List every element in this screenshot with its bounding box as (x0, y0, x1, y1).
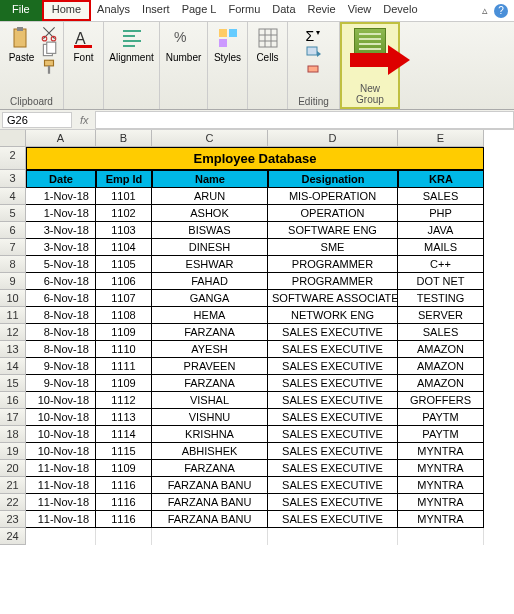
cell[interactable]: 1109 (96, 375, 152, 392)
cell[interactable]: SOFTWARE ASSOCIATE (268, 290, 398, 307)
cell[interactable]: SALES EXECUTIVE (268, 494, 398, 511)
cell[interactable]: ARUN (152, 188, 268, 205)
cell[interactable]: PROGRAMMER (268, 273, 398, 290)
row-header[interactable]: 16 (0, 392, 26, 409)
cell[interactable]: ABHISHEK (152, 443, 268, 460)
cell[interactable]: 10-Nov-18 (26, 392, 96, 409)
row-header[interactable]: 20 (0, 460, 26, 477)
fx-label[interactable]: fx (74, 114, 95, 126)
cell[interactable]: FAHAD (152, 273, 268, 290)
cell[interactable]: 5-Nov-18 (26, 256, 96, 273)
cell[interactable]: SALES EXECUTIVE (268, 511, 398, 528)
cell[interactable]: TESTING (398, 290, 484, 307)
row-header[interactable]: 15 (0, 375, 26, 392)
cell[interactable]: AMAZON (398, 341, 484, 358)
cell[interactable]: SALES EXECUTIVE (268, 477, 398, 494)
cell[interactable]: 1102 (96, 205, 152, 222)
tab-analys[interactable]: Analys (91, 0, 136, 21)
cell[interactable]: 1114 (96, 426, 152, 443)
cell[interactable]: SALES EXECUTIVE (268, 358, 398, 375)
cell[interactable]: 1112 (96, 392, 152, 409)
cell[interactable]: 1116 (96, 511, 152, 528)
cell[interactable]: SALES (398, 324, 484, 341)
cell[interactable]: SOFTWARE ENG (268, 222, 398, 239)
cell[interactable]: 1113 (96, 409, 152, 426)
cell[interactable]: 1101 (96, 188, 152, 205)
cell[interactable]: JAVA (398, 222, 484, 239)
row-header[interactable]: 14 (0, 358, 26, 375)
cell[interactable]: 9-Nov-18 (26, 358, 96, 375)
alignment-button[interactable]: Alignment (105, 24, 157, 65)
cell[interactable]: ESHWAR (152, 256, 268, 273)
ribbon-minimize-icon[interactable]: ▵ (482, 4, 488, 17)
row-header[interactable]: 17 (0, 409, 26, 426)
autosum-icon[interactable]: Σ (306, 28, 315, 44)
cell[interactable]: SALES EXECUTIVE (268, 426, 398, 443)
cell[interactable]: FARZANA BANU (152, 477, 268, 494)
cell[interactable] (96, 528, 152, 545)
row-header[interactable]: 11 (0, 307, 26, 324)
cell[interactable]: FARZANA (152, 324, 268, 341)
cell[interactable]: 1-Nov-18 (26, 188, 96, 205)
cell[interactable]: AMAZON (398, 375, 484, 392)
fill-icon[interactable] (306, 46, 322, 60)
tab-data[interactable]: Data (266, 0, 301, 21)
cell[interactable]: 1111 (96, 358, 152, 375)
cell[interactable]: MAILS (398, 239, 484, 256)
row-header[interactable]: 9 (0, 273, 26, 290)
cell[interactable]: 1-Nov-18 (26, 205, 96, 222)
cell[interactable]: 1110 (96, 341, 152, 358)
name-box[interactable] (2, 112, 72, 128)
cell[interactable]: PROGRAMMER (268, 256, 398, 273)
col-header-B[interactable]: B (96, 130, 152, 147)
cell[interactable] (152, 528, 268, 545)
copy-button[interactable] (40, 41, 58, 57)
row-header[interactable]: 6 (0, 222, 26, 239)
cell[interactable]: 8-Nov-18 (26, 307, 96, 324)
row-header[interactable]: 10 (0, 290, 26, 307)
row-header[interactable]: 24 (0, 528, 26, 545)
tab-home[interactable]: Home (42, 0, 91, 21)
cells-button[interactable]: Cells (252, 24, 284, 65)
select-all-corner[interactable] (0, 130, 26, 147)
tab-develo[interactable]: Develo (377, 0, 423, 21)
cell[interactable]: 10-Nov-18 (26, 409, 96, 426)
cell[interactable]: VISHAL (152, 392, 268, 409)
number-button[interactable]: % Number (162, 24, 206, 65)
tab-revie[interactable]: Revie (302, 0, 342, 21)
cell[interactable]: VISHNU (152, 409, 268, 426)
cell[interactable]: 11-Nov-18 (26, 494, 96, 511)
cell[interactable]: 11-Nov-18 (26, 511, 96, 528)
cell[interactable]: AMAZON (398, 358, 484, 375)
row-header[interactable]: 4 (0, 188, 26, 205)
cell[interactable]: HEMA (152, 307, 268, 324)
row-header[interactable]: 7 (0, 239, 26, 256)
cell[interactable]: GROFFERS (398, 392, 484, 409)
cell[interactable]: SME (268, 239, 398, 256)
cell[interactable]: 1103 (96, 222, 152, 239)
cell[interactable]: 1109 (96, 460, 152, 477)
cell[interactable]: SALES EXECUTIVE (268, 443, 398, 460)
cell[interactable]: 1116 (96, 494, 152, 511)
cell[interactable]: 1115 (96, 443, 152, 460)
cell[interactable]: MYNTRA (398, 460, 484, 477)
tab-file[interactable]: File (0, 0, 42, 21)
cell[interactable]: GANGA (152, 290, 268, 307)
spreadsheet-grid[interactable]: ABCDE2Employee Database3DateEmp IdNameDe… (0, 130, 514, 545)
styles-button[interactable]: Styles (210, 24, 245, 65)
cell[interactable] (26, 528, 96, 545)
cell[interactable]: AYESH (152, 341, 268, 358)
row-header[interactable]: 21 (0, 477, 26, 494)
row-header[interactable]: 18 (0, 426, 26, 443)
row-header[interactable]: 3 (0, 170, 26, 188)
cell[interactable]: FARZANA BANU (152, 494, 268, 511)
cell[interactable]: MYNTRA (398, 494, 484, 511)
cell[interactable] (398, 528, 484, 545)
cell[interactable]: SERVER (398, 307, 484, 324)
cell[interactable]: SALES EXECUTIVE (268, 375, 398, 392)
tab-page l[interactable]: Page L (176, 0, 223, 21)
col-header-E[interactable]: E (398, 130, 484, 147)
cell[interactable]: 3-Nov-18 (26, 239, 96, 256)
cell[interactable]: PHP (398, 205, 484, 222)
cell[interactable]: 10-Nov-18 (26, 443, 96, 460)
